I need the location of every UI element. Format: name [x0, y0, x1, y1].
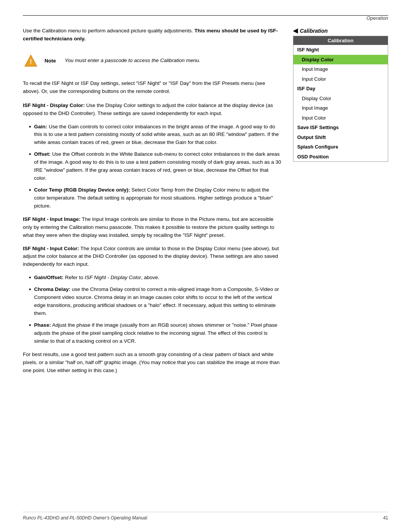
phase-content: Phase: Adjust the phase if the image (us…: [34, 321, 282, 345]
menu-title: Calibration: [293, 36, 388, 45]
right-column: ◀ Calibration Calibration ISF Night Disp…: [293, 27, 388, 380]
isf-night-display-color-section: ISF Night - Display Color: Use the Displ…: [23, 102, 282, 118]
warning-triangle-icon: !: [24, 54, 38, 68]
phase-bullet: Phase: Adjust the phase if the image (us…: [23, 321, 282, 345]
chroma-delay-text: use the Chroma Delay control to correct …: [34, 286, 279, 316]
menu-item-save-isf-settings[interactable]: Save ISF Settings: [293, 123, 388, 133]
footer-page-number: 41: [383, 515, 388, 521]
gain-offset-ref-bullet: Gain/Offset: Refer to ISF Night - Displa…: [23, 274, 282, 282]
operation-label: Operation: [366, 15, 388, 21]
main-content: Use the Calibration menu to perform adva…: [23, 27, 388, 380]
menu-item-input-color-2[interactable]: Input Color: [293, 113, 388, 123]
isf-night-display-color-lead: ISF Night - Display Color:: [23, 102, 85, 108]
note-text: You must enter a passcode to access the …: [65, 57, 200, 65]
gain-offset-ref-text: Refer to ISF Night - Display Color, abov…: [65, 275, 159, 280]
gain-bold: Gain:: [34, 124, 48, 129]
isf-night-display-color-ref: ISF Night - Display Color: [84, 275, 141, 280]
menu-item-splash-configure[interactable]: Splash Configure: [293, 142, 388, 152]
header-rule: [23, 15, 388, 16]
offset-text: Use the Offset controls in the White Bal…: [34, 151, 281, 181]
isf-night-input-image-lead: ISF Night - Input Image:: [23, 216, 81, 222]
gain-text: Use the Gain controls to correct color i…: [34, 124, 279, 145]
bullet-list-2: Gain/Offset: Refer to ISF Night - Displa…: [23, 274, 282, 345]
calibration-title: Calibration: [300, 28, 328, 34]
gain-offset-ref-content: Gain/Offset: Refer to ISF Night - Displa…: [34, 274, 282, 282]
svg-text:!: !: [30, 58, 32, 65]
chroma-delay-bullet: Chroma Delay: use the Chroma Delay contr…: [23, 286, 282, 318]
phase-bold: Phase:: [34, 322, 51, 328]
gain-bullet: Gain: Use the Gain controls to correct c…: [23, 123, 282, 147]
bullet-list-1: Gain: Use the Gain controls to correct c…: [23, 123, 282, 210]
final-paragraph: For best results, use a good test patter…: [23, 351, 282, 375]
isf-night-input-image-section: ISF Night - Input Image: The Input Image…: [23, 216, 282, 240]
intro-text-start: Use the Calibration menu to perform adva…: [23, 28, 194, 34]
left-column: Use the Calibration menu to perform adva…: [23, 27, 282, 380]
offset-bullet: Offset: Use the Offset controls in the W…: [23, 150, 282, 182]
note-icon: !: [23, 53, 39, 69]
color-temp-bold: Color Temp (RGB Display Device only):: [34, 187, 130, 193]
isf-night-input-color-section: ISF Night - Input Color: The Input Color…: [23, 245, 282, 269]
recall-paragraph: To recall the ISF Night or ISF Day setti…: [23, 80, 282, 96]
color-temp-bullet: Color Temp (RGB Display Device only): Se…: [23, 186, 282, 210]
gain-bullet-content: Gain: Use the Gain controls to correct c…: [34, 123, 282, 147]
menu-item-display-color-1[interactable]: Display Color: [293, 55, 388, 65]
note-box: ! Note You must enter a passcode to acce…: [23, 50, 282, 72]
menu-item-input-image-2[interactable]: Input Image: [293, 103, 388, 113]
calibration-menu-box: Calibration ISF Night Display Color Inpu…: [293, 36, 388, 162]
menu-item-input-color-1[interactable]: Input Color: [293, 74, 388, 84]
gain-offset-ref-bold: Gain/Offset:: [34, 275, 64, 280]
calibration-header: ◀ Calibration: [293, 27, 388, 34]
isf-night-input-color-lead: ISF Night - Input Color:: [23, 246, 79, 251]
offset-bullet-content: Offset: Use the Offset controls in the W…: [34, 150, 282, 182]
offset-bold: Offset:: [34, 151, 51, 157]
menu-item-osd-position[interactable]: OSD Position: [293, 152, 388, 162]
note-label: Note: [45, 58, 59, 64]
back-arrow-icon: ◀: [293, 27, 298, 34]
menu-item-display-color-2[interactable]: Display Color: [293, 94, 388, 104]
footer-manual-title: Runco PL-43DHD and PL-50DHD Owner's Oper…: [23, 515, 147, 521]
phase-text: Adjust the phase if the image (usually f…: [34, 322, 277, 344]
calibration-sidebar: ◀ Calibration Calibration ISF Night Disp…: [293, 27, 388, 162]
menu-item-input-image-1[interactable]: Input Image: [293, 64, 388, 74]
menu-item-isf-day[interactable]: ISF Day: [293, 84, 388, 94]
chroma-delay-bold: Chroma Delay:: [34, 286, 70, 292]
menu-item-isf-night[interactable]: ISF Night: [293, 45, 388, 55]
menu-item-output-shift[interactable]: Output Shift: [293, 133, 388, 142]
intro-paragraph: Use the Calibration menu to perform adva…: [23, 27, 282, 43]
color-temp-bullet-content: Color Temp (RGB Display Device only): Se…: [34, 186, 282, 210]
chroma-delay-content: Chroma Delay: use the Chroma Delay contr…: [34, 286, 282, 318]
page-footer: Runco PL-43DHD and PL-50DHD Owner's Oper…: [23, 512, 388, 521]
